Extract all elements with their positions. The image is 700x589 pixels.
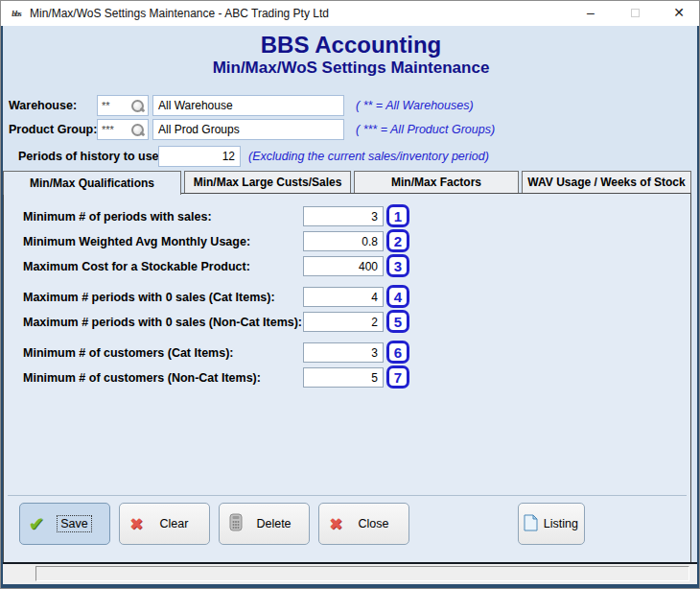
product-group-name-field[interactable]	[152, 119, 344, 140]
max-cost-stockable-input[interactable]	[303, 256, 384, 276]
check-icon: ✔	[20, 512, 53, 535]
window-edge-bottom	[1, 584, 699, 588]
clear-button[interactable]: ✖ Clear	[119, 503, 210, 545]
warehouse-name-field[interactable]	[152, 95, 344, 116]
minmax-qualifications-panel: Minimum # of periods with sales: 1 Minim…	[3, 193, 691, 563]
badge-2: 2	[386, 229, 409, 252]
max-zero-sales-cat-label: Maximum # periods with 0 sales (Cat Item…	[23, 287, 275, 308]
button-bar-divider	[8, 495, 687, 496]
listing-button[interactable]: Listing	[518, 503, 585, 545]
periods-label: Periods of history to use:	[18, 146, 163, 167]
product-group-label: Product Group:	[9, 119, 97, 140]
warehouse-label: Warehouse:	[9, 95, 77, 116]
badge-7: 7	[386, 365, 409, 389]
save-button-label: Save	[58, 516, 91, 531]
product-group-code-lookup[interactable]	[97, 119, 149, 140]
document-icon	[519, 514, 544, 534]
window-title: Min/Max/WoS Settings Maintenance - ABC T…	[30, 1, 329, 26]
periods-note: (Excluding the current sales/inventory p…	[248, 146, 489, 167]
min-periods-with-sales-input[interactable]	[303, 206, 384, 226]
min-periods-with-sales-label: Minimum # of periods with sales:	[23, 206, 212, 227]
max-zero-sales-noncat-label: Maximum # periods with 0 sales (Non-Cat …	[23, 312, 302, 333]
product-group-code-input[interactable]	[98, 124, 130, 135]
minimize-icon[interactable]: –	[574, 1, 607, 26]
min-weighted-avg-usage-input[interactable]	[303, 231, 384, 251]
clear-x-icon: ✖	[120, 514, 152, 534]
close-icon[interactable]: ✕	[663, 1, 695, 26]
maximize-glyph	[631, 9, 640, 17]
badge-1: 1	[386, 204, 409, 227]
save-button[interactable]: ✔ Save	[19, 503, 110, 545]
window-edge-left	[1, 26, 3, 588]
close-button-label: Close	[352, 517, 408, 530]
tab-minmax-factors[interactable]: Min/Max Factors	[354, 171, 519, 193]
close-x-icon: ✖	[319, 514, 352, 534]
status-message-box	[35, 566, 689, 581]
app-icon: bbs	[8, 6, 25, 21]
periods-input[interactable]	[158, 146, 241, 167]
min-customers-cat-input[interactable]	[303, 342, 384, 363]
tab-strip: Min/Max Qualifications Min/Max Large Cus…	[3, 171, 694, 194]
delete-button[interactable]: Delete	[219, 503, 310, 545]
close-button[interactable]: ✖ Close	[318, 503, 409, 545]
window-edge-right	[697, 26, 699, 588]
app-window: bbs Min/Max/WoS Settings Maintenance - A…	[0, 0, 700, 589]
badge-6: 6	[386, 341, 409, 364]
tab-wav-usage-weeks-of-stock[interactable]: WAV Usage / Weeks of Stock	[522, 171, 691, 193]
window-body: BBS Accounting Min/Max/WoS Settings Main…	[3, 26, 699, 564]
delete-button-label: Delete	[252, 517, 309, 530]
clear-button-label: Clear	[152, 517, 209, 530]
warehouse-code-lookup[interactable]	[97, 95, 149, 116]
eraser-icon	[220, 513, 252, 534]
screen-name-heading: Min/Max/WoS Settings Maintenance	[3, 59, 699, 78]
status-bar	[3, 562, 697, 584]
tab-minmax-qualifications[interactable]: Min/Max Qualifications	[3, 171, 181, 195]
max-cost-stockable-label: Maximum Cost for a Stockable Product:	[23, 256, 250, 277]
listing-button-label: Listing	[544, 517, 584, 530]
min-customers-noncat-label: Minimum # of customers (Non-Cat Items):	[23, 367, 261, 389]
product-group-search-icon[interactable]	[130, 123, 145, 137]
min-customers-noncat-input[interactable]	[303, 367, 384, 388]
badge-3: 3	[386, 254, 409, 277]
tab-minmax-large-custs-sales[interactable]: Min/Max Large Custs/Sales	[184, 171, 351, 193]
maximize-icon	[618, 1, 651, 26]
min-weighted-avg-usage-label: Minimum Weighted Avg Monthly Usage:	[23, 231, 250, 252]
title-bar: bbs Min/Max/WoS Settings Maintenance - A…	[1, 1, 700, 26]
warehouse-search-icon[interactable]	[130, 99, 145, 113]
badge-4: 4	[386, 285, 409, 308]
max-zero-sales-cat-input[interactable]	[303, 287, 384, 307]
warehouse-note: ( ** = All Warehouses)	[356, 95, 474, 116]
app-name-heading: BBS Accounting	[3, 32, 699, 59]
badge-5: 5	[386, 310, 409, 333]
max-zero-sales-noncat-input[interactable]	[303, 312, 384, 332]
min-customers-cat-label: Minimum # of customers (Cat Items):	[23, 342, 233, 364]
warehouse-code-input[interactable]	[98, 100, 130, 111]
product-group-note: ( *** = All Product Groups)	[356, 119, 495, 140]
